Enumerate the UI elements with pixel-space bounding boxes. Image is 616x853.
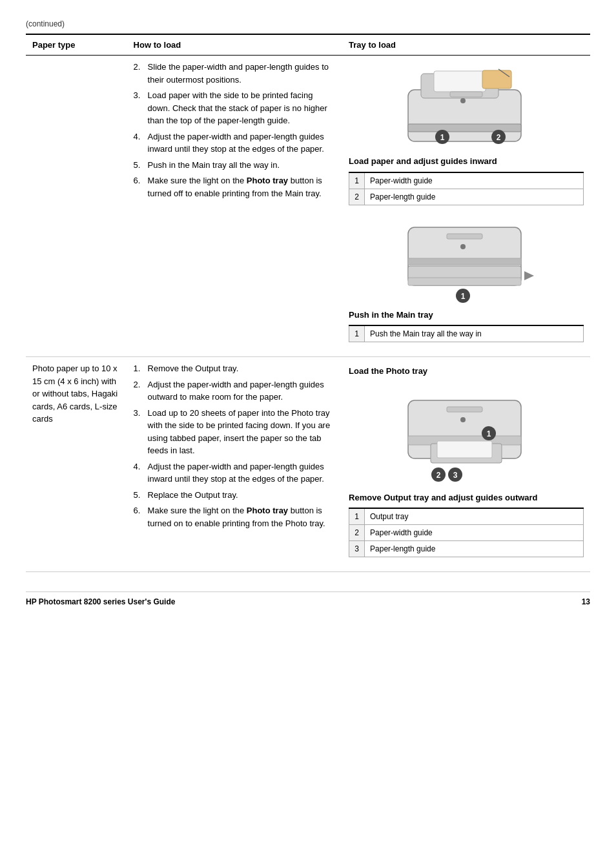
step-num: 5. [134,159,148,172]
svg-rect-16 [450,92,482,97]
guide-num: 3 [349,541,365,557]
table-row: Photo paper up to 10 x 15 cm (4 x 6 inch… [26,357,590,572]
header-paper-type: Paper type [26,34,127,56]
svg-rect-28 [447,234,482,239]
step-text: Slide the paper-width and paper-length g… [148,61,336,86]
guide-label: Paper-length guide [365,189,584,205]
header-tray-to-load: Tray to load [342,34,590,56]
header-how-to-load: How to load [127,34,342,56]
svg-text:1: 1 [461,292,466,301]
footer: HP Photosmart 8200 series User's Guide 1… [26,591,590,606]
how-to-load-cell-2: 1. Remove the Output tray. 2. Adjust the… [127,357,342,572]
svg-point-29 [460,244,466,249]
continued-label: (continued) [26,19,590,28]
svg-text:2: 2 [436,471,441,480]
paper-type-text: Photo paper up to 10 x 15 cm (4 x 6 inch… [32,364,118,424]
step-text: Adjust the paper-width and paper-length … [148,378,336,404]
step-num: 2. [134,61,148,86]
svg-point-38 [460,417,466,422]
svg-point-17 [460,98,466,103]
guides-table-1a: 1 Paper-width guide 2 Paper-length guide [349,172,584,205]
step-text: Adjust the paper-width and paper-length … [148,460,336,486]
step-num: 4. [134,130,148,156]
guide-num: 1 [349,325,365,342]
guide-label: Paper-width guide [365,172,584,189]
step-num: 4. [134,460,148,486]
footer-page-number: 13 [582,597,590,606]
paper-type-cell-1 [26,56,127,357]
guide-label: Paper-length guide [365,541,584,557]
svg-rect-27 [408,258,521,265]
guide-num: 1 [349,172,365,189]
table-row: 2. Slide the paper-width and paper-lengt… [26,56,590,357]
svg-text:1: 1 [440,133,445,142]
paper-type-cell-2: Photo paper up to 10 x 15 cm (4 x 6 inch… [26,357,127,572]
step-text: Push in the Main tray all the way in. [148,159,280,172]
guide-label: Output tray [365,508,584,525]
svg-rect-18 [482,70,511,88]
svg-rect-36 [437,441,492,458]
guides-table-2b: 1 Output tray 2 Paper-width guide 3 Pape… [349,508,584,557]
printer-illustration-3: 1 2 3 [349,384,584,488]
svg-rect-15 [408,124,521,132]
step-text: Adjust the paper-width and paper-length … [148,130,336,156]
svg-rect-26 [408,278,521,285]
step-num: 3. [134,89,148,127]
step-text: Make sure the light on the Photo tray bu… [148,174,336,200]
step-num: 6. [134,504,148,529]
svg-rect-37 [447,407,482,412]
section-title-1b: Push in the Main tray [349,309,584,322]
how-to-load-cell-1: 2. Slide the paper-width and paper-lengt… [127,56,342,357]
step-text: Load paper with the side to be printed f… [148,89,336,127]
section-title-2b: Remove Output tray and adjust guides out… [349,491,584,504]
guides-table-1b: 1 Push the Main tray all the way in [349,325,584,342]
printer-illustration-2: 1 [349,214,584,305]
step-num: 1. [134,362,148,375]
step-text: Remove the Output tray. [148,362,239,375]
step-text: Load up to 20 sheets of paper into the P… [148,407,336,457]
guide-num: 2 [349,189,365,205]
footer-product-name: HP Photosmart 8200 series User's Guide [26,597,175,606]
section-title-1a: Load paper and adjust guides inward [349,155,584,168]
step-text: Replace the Output tray. [148,489,238,502]
step-num: 2. [134,378,148,404]
svg-text:3: 3 [453,471,458,480]
printer-illustration-1: 1 2 [349,67,584,151]
guide-label: Push the Main tray all the way in [365,325,584,342]
guide-label: Paper-width guide [365,525,584,541]
step-num: 6. [134,174,148,200]
guide-num: 2 [349,525,365,541]
tray-to-load-cell-2: Load the Photo tray [342,357,590,572]
section-title-2a: Load the Photo tray [349,365,584,378]
step-num: 5. [134,489,148,502]
tray-to-load-cell-1: 1 2 Load paper and adjust guides inward … [342,56,590,357]
svg-rect-25 [408,266,521,279]
svg-text:2: 2 [497,133,501,142]
step-num: 3. [134,407,148,457]
svg-rect-14 [434,71,486,92]
svg-text:1: 1 [487,429,491,438]
step-text: Make sure the light on the Photo tray bu… [148,504,336,529]
guide-num: 1 [349,508,365,525]
svg-marker-30 [524,271,534,280]
